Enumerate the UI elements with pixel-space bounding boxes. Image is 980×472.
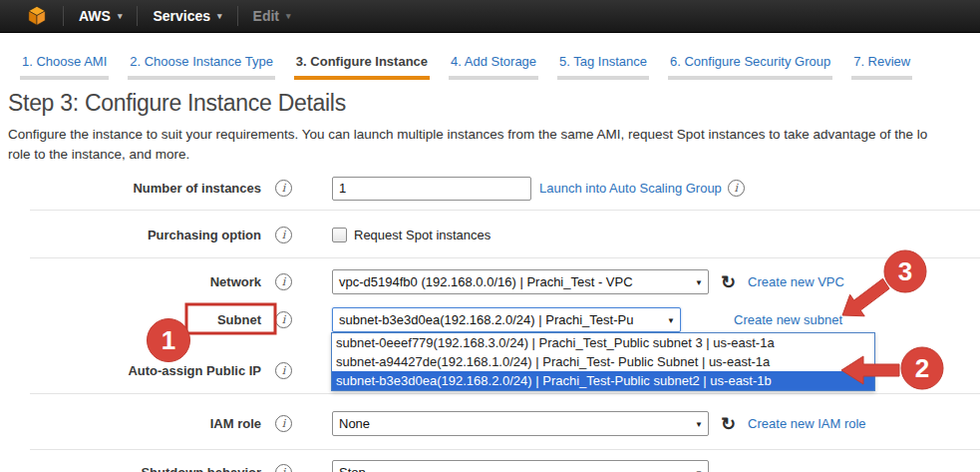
network-label: Network: [0, 274, 261, 289]
nav-services-menu[interactable]: Services ▾: [153, 8, 221, 24]
row-divider: [30, 449, 980, 450]
row-number-of-instances: Number of instances i Launch into Auto S…: [0, 176, 745, 201]
row-subnet: Subnet i subnet-b3e3d0ea(192.168.2.0/24)…: [0, 307, 842, 332]
shutdown-behavior-label: Shutdown behavior: [0, 465, 261, 472]
select-caret-icon: ▼: [695, 419, 703, 428]
auto-assign-public-ip-label: Auto-assign Public IP: [0, 363, 261, 378]
create-new-iam-role-link[interactable]: Create new IAM role: [748, 416, 866, 431]
row-network: Network i vpc-d5194fb0 (192.168.0.0/16) …: [0, 269, 844, 294]
iam-role-label: IAM role: [0, 416, 261, 431]
info-icon[interactable]: i: [275, 464, 292, 472]
shutdown-behavior-select-value: Stop: [339, 465, 366, 472]
select-caret-icon: ▼: [667, 315, 675, 324]
chevron-down-icon: ▾: [286, 11, 291, 21]
chevron-down-icon: ▾: [118, 11, 123, 21]
topbar-separator: [137, 6, 138, 26]
subnet-dropdown-list: subnet-0eeef779(192.168.3.0/24) | Prachi…: [331, 332, 875, 391]
step-badge-2-number: 2: [915, 353, 929, 383]
info-icon[interactable]: i: [275, 415, 292, 432]
topbar-separator: [237, 6, 238, 26]
tab-review[interactable]: 7. Review: [851, 50, 912, 80]
nav-edit-menu[interactable]: Edit ▾: [253, 8, 291, 24]
step-badge-3-number: 3: [898, 256, 912, 286]
row-shutdown-behavior: Shutdown behavior i Stop ▼: [0, 460, 709, 472]
create-new-subnet-link[interactable]: Create new subnet: [734, 312, 842, 327]
tab-configure-instance[interactable]: 3. Configure Instance: [294, 50, 430, 80]
subnet-label: Subnet: [0, 312, 261, 327]
topbar: AWS ▾ Services ▾ Edit ▾: [0, 0, 980, 33]
row-auto-assign-public-ip: Auto-assign Public IP i: [0, 358, 292, 383]
create-new-vpc-link[interactable]: Create new VPC: [748, 274, 844, 289]
refresh-icon[interactable]: ↻: [721, 273, 736, 291]
nav-edit-label: Edit: [253, 8, 279, 24]
nav-aws-menu[interactable]: AWS ▾: [79, 8, 122, 24]
page-title: Step 3: Configure Instance Details: [8, 90, 346, 117]
page-root: AWS ▾ Services ▾ Edit ▾ 1. Choose AMI 2.…: [0, 0, 980, 472]
row-iam-role: IAM role i None ▼ ↻ Create new IAM role: [0, 411, 866, 436]
network-select[interactable]: vpc-d5194fb0 (192.168.0.0/16) | Prachi_T…: [332, 269, 709, 294]
topbar-separator: [63, 6, 64, 26]
request-spot-instances-label: Request Spot instances: [354, 228, 490, 242]
select-caret-icon: ▼: [695, 277, 703, 286]
refresh-icon[interactable]: ↻: [721, 415, 736, 433]
info-icon[interactable]: i: [275, 311, 292, 328]
request-spot-instances-checkbox[interactable]: [332, 228, 347, 242]
info-icon[interactable]: i: [275, 362, 292, 379]
tab-choose-ami[interactable]: 1. Choose AMI: [20, 50, 109, 80]
row-divider: [30, 257, 980, 258]
subnet-select[interactable]: subnet-b3e3d0ea(192.168.2.0/24) | Prachi…: [332, 307, 681, 332]
info-icon[interactable]: i: [728, 180, 745, 197]
info-icon[interactable]: i: [275, 180, 292, 197]
number-of-instances-input[interactable]: [332, 177, 531, 201]
iam-role-select-value: None: [339, 416, 370, 431]
info-icon[interactable]: i: [275, 227, 292, 243]
subnet-select-value: subnet-b3e3d0ea(192.168.2.0/24) | Prachi…: [339, 312, 633, 327]
row-divider: [30, 393, 980, 394]
arrow-to-create-new-subnet: [842, 278, 889, 316]
tab-configure-security-group[interactable]: 6. Configure Security Group: [668, 50, 832, 80]
row-divider: [30, 210, 980, 211]
select-caret-icon: ▼: [695, 468, 703, 472]
tab-add-storage[interactable]: 4. Add Storage: [449, 50, 538, 80]
info-icon[interactable]: i: [275, 273, 292, 290]
nav-aws-label: AWS: [79, 8, 111, 24]
purchasing-option-label: Purchasing option: [0, 228, 261, 242]
nav-services-label: Services: [153, 8, 210, 24]
tab-tag-instance[interactable]: 5. Tag Instance: [557, 50, 649, 80]
chevron-down-icon: ▾: [217, 11, 222, 21]
launch-into-auto-scaling-group-link[interactable]: Launch into Auto Scaling Group: [539, 181, 722, 196]
number-of-instances-label: Number of instances: [0, 181, 261, 196]
aws-cube-logo-icon[interactable]: [26, 5, 48, 27]
page-description-line1: Configure the instance to suit your requ…: [8, 127, 927, 142]
page-description-line2: role to the instance, and more.: [8, 147, 189, 162]
shutdown-behavior-select[interactable]: Stop ▼: [332, 460, 709, 472]
subnet-option-3-selected[interactable]: subnet-b3e3d0ea(192.168.2.0/24) | Prachi…: [332, 371, 874, 390]
tab-choose-instance-type[interactable]: 2. Choose Instance Type: [128, 50, 275, 80]
step-badge-2: [901, 347, 943, 389]
subnet-option-2[interactable]: subnet-a94427de(192.168.1.0/24) | Prachi…: [332, 352, 874, 371]
wizard-tabs: 1. Choose AMI 2. Choose Instance Type 3.…: [20, 50, 912, 80]
network-select-value: vpc-d5194fb0 (192.168.0.0/16) | Prachi_T…: [339, 274, 633, 289]
iam-role-select[interactable]: None ▼: [332, 411, 709, 436]
subnet-option-1[interactable]: subnet-0eeef779(192.168.3.0/24) | Prachi…: [332, 333, 874, 352]
row-purchasing-option: Purchasing option i Request Spot instanc…: [0, 223, 490, 247]
